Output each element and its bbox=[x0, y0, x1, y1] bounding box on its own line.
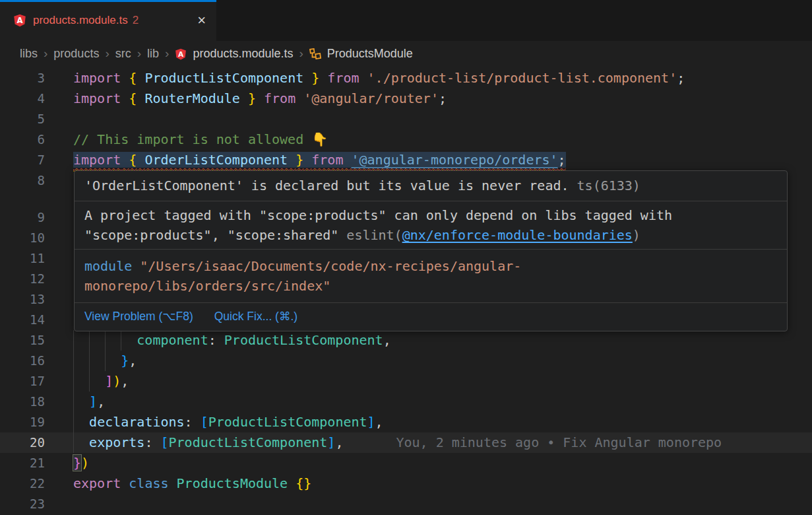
code-token bbox=[121, 152, 129, 168]
code-token: , bbox=[129, 353, 137, 368]
breadcrumb-item-libs[interactable]: libs bbox=[20, 47, 38, 61]
ts-diagnostic-message: 'OrderListComponent' is declared but its… bbox=[75, 171, 787, 201]
code-token: 👇 bbox=[311, 131, 328, 147]
code-line-20[interactable]: 20 exports: [ProductListComponent],You, … bbox=[0, 432, 812, 453]
code-line-17[interactable]: 17 ]), bbox=[0, 371, 812, 392]
line-number[interactable]: 11 bbox=[0, 248, 45, 269]
svg-text:A: A bbox=[16, 16, 22, 25]
code-token: from bbox=[327, 70, 359, 86]
git-blame-annotation: You, 2 minutes ago • Fix Angular monorep… bbox=[396, 434, 722, 450]
breadcrumb-item-lib[interactable]: lib bbox=[147, 47, 159, 61]
svg-text:A: A bbox=[178, 50, 184, 58]
breadcrumb-item-products[interactable]: products bbox=[53, 47, 99, 61]
code-token: from bbox=[311, 152, 343, 168]
code-token: ProductListComponent bbox=[224, 332, 383, 348]
line-number[interactable]: 23 bbox=[0, 494, 45, 514]
diagnostic-source: ) bbox=[633, 227, 640, 243]
line-number[interactable]: 12 bbox=[0, 269, 45, 289]
line-number[interactable]: 10 bbox=[0, 228, 45, 248]
code-token: './product-list/product-list.component' bbox=[367, 70, 677, 86]
code-token: ] bbox=[367, 414, 375, 430]
code-token bbox=[73, 434, 89, 450]
line-number[interactable]: 4 bbox=[0, 88, 45, 109]
code-line-4[interactable]: 4import { RouterModule } from '@angular/… bbox=[0, 88, 812, 109]
breadcrumb-item-file[interactable]: products.module.ts bbox=[193, 47, 293, 61]
chevron-right-icon: › bbox=[165, 46, 169, 61]
line-number[interactable]: 3 bbox=[0, 68, 45, 88]
code-token: ; bbox=[439, 90, 447, 106]
indent-guide bbox=[121, 330, 121, 351]
code-token bbox=[296, 90, 303, 106]
line-number[interactable]: 5 bbox=[0, 109, 45, 129]
line-number[interactable]: 17 bbox=[0, 371, 45, 392]
line-number[interactable]: 9 bbox=[0, 207, 45, 228]
code-token: , bbox=[375, 414, 383, 430]
line-number[interactable]: 19 bbox=[0, 412, 45, 432]
code-line-18[interactable]: 18 ], bbox=[0, 392, 812, 412]
line-number[interactable]: 13 bbox=[0, 289, 45, 310]
code-token: : bbox=[185, 414, 201, 430]
view-problem-action[interactable]: View Problem (⌥F8) bbox=[84, 309, 193, 324]
line-number[interactable]: 22 bbox=[0, 473, 45, 494]
line-number[interactable]: 21 bbox=[0, 453, 45, 473]
code-token bbox=[288, 152, 296, 168]
line-number[interactable]: 6 bbox=[0, 129, 45, 150]
code-line-7[interactable]: 7import { OrderListComponent } from '@an… bbox=[0, 150, 812, 170]
line-number[interactable]: 20 bbox=[0, 432, 45, 453]
code-token bbox=[343, 152, 351, 168]
module-path-message: module "/Users/isaac/Documents/code/nx-r… bbox=[75, 249, 787, 302]
vscode-window: { "tab": { "title": "products.module.ts"… bbox=[0, 0, 812, 515]
tab-products-module[interactable]: A products.module.ts 2 × bbox=[0, 0, 216, 41]
code-line-content: import { OrderListComponent } from '@ang… bbox=[73, 152, 566, 168]
line-number[interactable]: 16 bbox=[0, 351, 45, 371]
code-line-21[interactable]: 21}) bbox=[0, 453, 812, 473]
quick-fix-action[interactable]: Quick Fix... (⌘.) bbox=[214, 309, 297, 324]
line-number[interactable]: 15 bbox=[0, 330, 45, 351]
code-token bbox=[169, 475, 177, 491]
code-token bbox=[121, 475, 129, 491]
indent-guide bbox=[105, 351, 106, 371]
code-line-3[interactable]: 3import { ProductListComponent } from '.… bbox=[0, 68, 812, 88]
indent-guide bbox=[73, 412, 74, 432]
code-token: import bbox=[73, 90, 121, 106]
code-token bbox=[303, 70, 311, 86]
eslint-rule-link[interactable]: @nx/enforce-module-boundaries bbox=[402, 227, 633, 243]
code-token: ] bbox=[89, 394, 97, 409]
diagnostic-source: eslint( bbox=[338, 227, 402, 243]
breadcrumb-item-symbol[interactable]: ProductsModule bbox=[327, 47, 413, 61]
code-line-6[interactable]: 6// This import is not allowed 👇 bbox=[0, 129, 812, 150]
indent-guide bbox=[89, 371, 90, 392]
code-line-19[interactable]: 19 declarations: [ProductListComponent], bbox=[0, 412, 812, 432]
line-number[interactable]: 8 bbox=[0, 170, 45, 191]
indent-guide bbox=[105, 330, 106, 351]
code-line-23[interactable]: 23 bbox=[0, 494, 812, 514]
code-token: , bbox=[121, 373, 129, 389]
code-line-22[interactable]: 22export class ProductsModule {} bbox=[0, 473, 812, 494]
code-token: // This import is not allowed bbox=[73, 131, 311, 147]
code-token bbox=[121, 70, 129, 86]
code-line-5[interactable]: 5 bbox=[0, 109, 812, 129]
code-token: ) bbox=[113, 373, 121, 389]
breadcrumb-item-src[interactable]: src bbox=[115, 47, 131, 61]
module-path-line1: module "/Users/isaac/Documents/code/nx-r… bbox=[84, 256, 777, 276]
indent-guide bbox=[73, 432, 74, 453]
line-number[interactable]: 14 bbox=[0, 310, 45, 330]
tab-label: products.module.ts bbox=[33, 14, 128, 27]
code-line-content: ]), bbox=[73, 373, 129, 389]
line-number[interactable]: 18 bbox=[0, 392, 45, 412]
close-icon[interactable]: × bbox=[195, 13, 208, 28]
module-path: "/Users/isaac/Documents/code/nx-recipes/… bbox=[132, 258, 521, 274]
code-line-content: exports: [ProductListComponent], bbox=[73, 434, 343, 450]
code-token bbox=[73, 353, 121, 368]
code-line-15[interactable]: 15 component: ProductListComponent, bbox=[0, 330, 812, 351]
line-number[interactable]: 7 bbox=[0, 150, 45, 170]
code-token: [ bbox=[160, 434, 168, 450]
code-line-16[interactable]: 16 }, bbox=[0, 351, 812, 371]
code-token: {} bbox=[296, 475, 311, 491]
code-token bbox=[73, 414, 89, 430]
code-line-content: ], bbox=[73, 394, 105, 409]
diagnostic-text-line2: "scope:products", "scope:shared" eslint(… bbox=[84, 225, 777, 245]
code-token bbox=[137, 90, 144, 106]
code-line-content: declarations: [ProductListComponent], bbox=[73, 414, 383, 430]
code-token: , bbox=[97, 394, 105, 409]
